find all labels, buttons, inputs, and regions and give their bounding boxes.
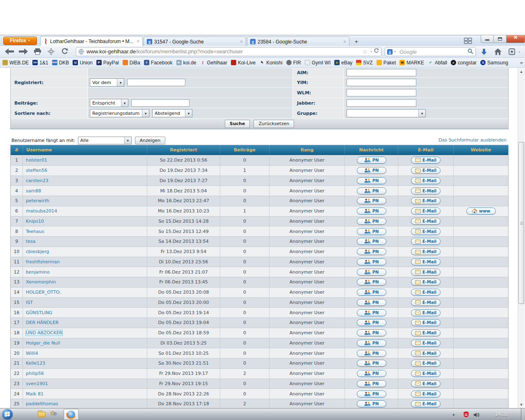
bookmark-item[interactable]: SSamsung (480, 60, 508, 66)
url-bar[interactable]: www.koi-gehlhaar.de/koi/forum/memberlist… (76, 47, 381, 56)
reload-button[interactable] (61, 48, 68, 57)
pn-button[interactable]: PN (357, 157, 386, 164)
bookmark-item[interactable]: Paket (377, 60, 396, 66)
pn-button[interactable]: PN (357, 269, 386, 276)
bookmark-item[interactable]: ✎Konishi (259, 60, 282, 66)
hide-search-form-link[interactable]: Das Suchformular ausblenden (438, 137, 507, 143)
tab-close-icon[interactable]: × (343, 39, 346, 44)
browser-tab[interactable]: LotharGehlhaar - Teichbauforum • M...× (40, 36, 143, 46)
member-username-link[interactable]: Holger_die Null (26, 340, 60, 346)
pn-button[interactable]: PN (357, 167, 386, 174)
bookmark-item[interactable]: Kkoi.de (176, 60, 196, 66)
downloads-button[interactable] (480, 48, 488, 57)
close-window-button[interactable] (507, 35, 525, 43)
email-button[interactable]: E-Mail (411, 350, 441, 357)
email-button[interactable]: E-Mail (411, 208, 441, 215)
pn-button[interactable]: PN (357, 380, 386, 387)
bookmark-item[interactable]: DKBDKB (52, 60, 69, 66)
email-button[interactable]: E-Mail (411, 248, 441, 255)
email-button[interactable]: E-Mail (411, 238, 441, 245)
urlbar-reload-icon[interactable] (374, 48, 379, 56)
email-button[interactable]: E-Mail (411, 329, 441, 336)
member-username-link[interactable]: Knips10 (26, 219, 44, 224)
pn-button[interactable]: PN (357, 197, 386, 204)
member-username-link[interactable]: benjamino (26, 269, 50, 275)
pn-button[interactable]: PN (357, 278, 386, 285)
pn-button[interactable]: PN (357, 208, 386, 215)
pn-button[interactable]: PN (357, 319, 386, 326)
email-button[interactable]: E-Mail (411, 400, 441, 407)
member-username-link[interactable]: carsten23 (26, 178, 48, 183)
member-username-link[interactable]: sven1901 (26, 381, 48, 386)
bookmarks-menu-button[interactable] (509, 48, 515, 57)
member-username-link[interactable]: matsuba2014 (26, 208, 57, 214)
scroll-up-icon[interactable]: ▲ (518, 68, 525, 75)
email-button[interactable]: E-Mail (411, 370, 441, 377)
member-username-link[interactable]: paddelthomas (26, 401, 58, 406)
pn-button[interactable]: PN (357, 289, 386, 296)
bookmark-item[interactable]: SVZ (356, 60, 372, 66)
search-engine-icon[interactable]: g (387, 49, 393, 55)
pn-button[interactable]: PN (357, 248, 386, 255)
tab-close-icon[interactable]: × (240, 39, 243, 44)
aim-input[interactable] (347, 69, 416, 76)
settings-taskbar-icon[interactable]: ⚙⚙ (50, 410, 57, 417)
bookmark-item[interactable]: Koi-Live (231, 60, 256, 66)
member-username-link[interactable]: Maik 81 (26, 391, 43, 397)
pn-button[interactable]: PN (357, 340, 386, 347)
bookmark-item[interactable]: UUnion (73, 60, 92, 66)
pn-button[interactable]: PN (357, 350, 386, 357)
bookmark-item[interactable]: fFacebook (144, 60, 173, 66)
member-username-link[interactable]: cbiesbjerg (26, 249, 49, 254)
restore-button[interactable] (494, 35, 507, 43)
sort-direction-select[interactable]: Absteigend▼ (152, 109, 192, 117)
show-desktop-button[interactable] (521, 409, 525, 420)
wlm-input[interactable] (347, 89, 416, 96)
taskbar-clock[interactable]: 14:01 (489, 409, 514, 420)
browser-tab[interactable]: g31547 - Google-Suche× (144, 37, 246, 46)
bookmark-item[interactable]: ccongstar (451, 60, 477, 66)
forward-button[interactable] (19, 48, 28, 56)
column-header-nachricht[interactable]: Nachricht (345, 145, 398, 155)
column-header-rang[interactable]: Rang (269, 145, 345, 155)
bookmark-item[interactable]: Gyml WI (305, 60, 331, 66)
site-identity-globe-icon[interactable] (78, 49, 84, 55)
member-username-link[interactable]: steffen56 (26, 168, 47, 173)
new-tab-button[interactable]: + (351, 37, 362, 46)
email-button[interactable]: E-Mail (411, 197, 441, 204)
explorer-taskbar-icon[interactable] (38, 412, 46, 417)
tray-show-hidden-icon[interactable]: ▲ (452, 413, 455, 416)
column-header-[interactable]: # (11, 145, 23, 155)
minimize-button[interactable] (481, 35, 494, 43)
gruppe-select[interactable]: ▼ (347, 109, 426, 117)
member-username-link[interactable]: sam88 (26, 188, 41, 194)
search-magnifier-icon[interactable] (468, 48, 473, 55)
member-username-link[interactable]: UND ABZOCKER (26, 330, 62, 336)
page-scrollbar[interactable]: ▲ ▼ (518, 68, 525, 408)
email-button[interactable]: E-Mail (411, 187, 441, 194)
pn-button[interactable]: PN (357, 329, 386, 336)
email-button[interactable]: E-Mail (411, 218, 441, 225)
pn-button[interactable]: PN (357, 400, 386, 407)
member-username-link[interactable]: holster01 (26, 158, 47, 163)
jabber-input[interactable] (347, 99, 416, 107)
registered-operator-select[interactable]: Vor dem▼ (90, 78, 124, 87)
bookmarks-dropdown-icon[interactable]: ▼ (518, 51, 520, 53)
member-username-link[interactable]: philip56 (26, 371, 44, 376)
url-dropdown-icon[interactable]: ▼ (370, 48, 372, 56)
bookmark-item[interactable]: 1&11&1 (32, 60, 48, 66)
search-box[interactable]: g ▼ Google (385, 47, 476, 56)
pn-button[interactable]: PN (357, 228, 386, 235)
www-button[interactable]: www (466, 208, 496, 215)
column-header-username[interactable]: Username (23, 145, 147, 155)
pn-button[interactable]: PN (357, 258, 386, 265)
email-button[interactable]: E-Mail (411, 258, 441, 265)
pn-button[interactable]: PN (357, 238, 386, 245)
posts-operator-select[interactable]: Entspricht▼ (90, 99, 128, 107)
email-button[interactable]: E-Mail (411, 289, 441, 296)
email-button[interactable]: E-Mail (411, 319, 441, 326)
email-button[interactable]: E-Mail (411, 167, 441, 174)
bookmark-item[interactable]: ∫Gehlhaar (200, 60, 227, 66)
column-header-registriert[interactable]: Registriert (147, 145, 220, 155)
back-button[interactable] (5, 48, 14, 56)
